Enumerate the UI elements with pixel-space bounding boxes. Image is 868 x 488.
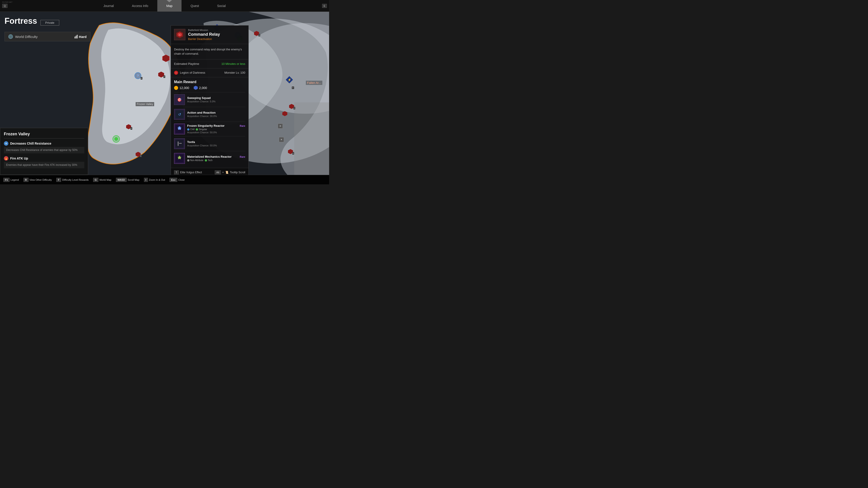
faction-icon: ⚔ xyxy=(174,71,178,75)
map-area[interactable]: Fortress Private World Difficulty Hard xyxy=(0,12,329,175)
right-red-3[interactable]: II xyxy=(288,149,293,154)
effect-1-name: Decreases Chill Resistance xyxy=(10,142,51,145)
mission-type: Barrier Deactivation xyxy=(188,37,245,41)
r-key[interactable]: R xyxy=(24,178,29,182)
svg-text:↺: ↺ xyxy=(178,112,181,116)
main-reward-header: Main Reward xyxy=(171,77,248,86)
region-effect-1: ❄ Decreases Chill Resistance Decreases C… xyxy=(4,141,84,153)
reward-item-info-2: Action and Reaction Acquisition Chance: … xyxy=(187,111,245,118)
reward-item-icon-4 xyxy=(174,138,185,149)
right-star[interactable] xyxy=(282,111,287,116)
reward-item-icon-5 xyxy=(174,153,185,164)
effect-1-header: ❄ Decreases Chill Resistance xyxy=(4,141,84,146)
reward-item-icon-3 xyxy=(174,124,185,134)
plus-sign: + xyxy=(222,171,224,174)
right-x-2[interactable]: ✕ xyxy=(279,137,284,142)
nav-shortcut-left[interactable]: Q xyxy=(2,4,7,8)
gold-currency: 12,000 xyxy=(174,86,189,90)
nav-items: Journal Access Info Map Quest Social xyxy=(94,0,235,11)
elite-key-badge[interactable]: T xyxy=(174,170,179,174)
nav-item-social[interactable]: Social xyxy=(208,0,235,11)
mission-header: II Battlefield Mission Command Relay Bar… xyxy=(171,26,248,44)
exp-icon xyxy=(194,86,198,90)
reward-item-name-2: Action and Reaction xyxy=(187,111,245,114)
nav-item-quest[interactable]: Quest xyxy=(182,0,208,11)
effect-2-desc: Enemies that appear have their Fire ATK … xyxy=(4,162,84,168)
tooltip-key-badge[interactable]: Alt xyxy=(215,170,221,174)
bottom-close: Esc Close xyxy=(169,178,185,182)
nav-item-access-info[interactable]: Access Info xyxy=(123,0,157,11)
reward-item-icon-2: ↺ xyxy=(174,109,185,120)
effect-2-header: 🔥 Fire ATK Up xyxy=(4,156,84,161)
footer-right: Alt + 📜 Tooltip Scroll xyxy=(215,170,245,174)
world-difficulty-label: World Difficulty xyxy=(15,35,37,39)
question-marker[interactable]: ? II xyxy=(134,72,141,79)
f-key[interactable]: F xyxy=(56,178,61,182)
mission-title: Command Relay xyxy=(188,32,245,37)
right-pause-1[interactable]: II xyxy=(292,85,294,89)
reward-item-chance-1: Acquisition Chance: 5.0% xyxy=(187,100,245,103)
mission-marker-top[interactable] xyxy=(162,55,169,62)
bottom-legend: F1 Legend xyxy=(3,178,19,182)
bars-icon xyxy=(74,35,78,38)
wasd-key[interactable]: WASD xyxy=(116,178,127,182)
gold-value: 12,000 xyxy=(180,86,189,90)
mission-desc: Destroy the command relay and disrupt th… xyxy=(171,44,248,59)
tag-tech: Tech xyxy=(205,159,213,162)
reward-item-chance-3: Acquisition Chance: 50.0% xyxy=(187,131,245,134)
effect-1-desc: Decreases Chill Resistance of enemies th… xyxy=(4,147,84,153)
reward-item-info-1: Sweeping Squad Acquisition Chance: 5.0% xyxy=(187,96,245,103)
difficulty-value: Hard xyxy=(79,35,87,39)
reward-item-name-1: Sweeping Squad xyxy=(187,96,245,100)
reward-item-icon-1: 🎯 xyxy=(174,94,185,105)
faction-left: ⚔ Legion of Darkness xyxy=(174,71,205,75)
diff-rewards-label: Difficulty Level Rewards xyxy=(62,178,89,181)
world-diff-left: World Difficulty xyxy=(8,34,37,39)
nav-item-journal[interactable]: Journal xyxy=(94,0,123,11)
right-red-2[interactable]: II xyxy=(289,104,294,109)
effect-2-name: Fire ATK Up xyxy=(10,157,28,160)
reward-item-3: Frozen Singularity Reactor Rare Chill Si… xyxy=(174,122,245,136)
top-nav: RUTAR.NET Q Journal Access Info Map Ques… xyxy=(0,0,329,12)
frozen-valley-label: Frozen Valley xyxy=(135,102,154,106)
other-diff-label: View Other Difficulty xyxy=(30,178,52,181)
f1-key[interactable]: F1 xyxy=(3,178,9,182)
exp-value: 2,000 xyxy=(199,86,207,90)
zoom-label: Zoom In & Out xyxy=(149,178,165,181)
bottom-zoom: I Zoom In & Out xyxy=(144,178,165,182)
red-marker-1[interactable]: II xyxy=(126,124,131,129)
nav-item-map[interactable]: Map xyxy=(157,0,182,11)
red-marker-2[interactable]: II xyxy=(135,152,141,157)
tag-icon-gray xyxy=(187,159,189,162)
reward-item-tags-5: Non-Attribute Tech xyxy=(187,159,245,162)
world-map-label: World Map xyxy=(99,178,112,181)
private-badge: Private xyxy=(40,20,59,26)
reward-item-chance-4: Acquisition Chance: 50.0% xyxy=(187,144,245,147)
reward-item-5: Materialized Mechanics Reactor Rare Non-… xyxy=(174,151,245,166)
rare-badge-5: Rare xyxy=(240,155,245,158)
svg-rect-18 xyxy=(178,141,179,146)
right-blue-lightning[interactable]: ⚡ xyxy=(286,76,293,84)
playtime-label: Estimated Playtime xyxy=(174,62,199,66)
right-red-marker[interactable]: II xyxy=(254,31,259,36)
svg-text:II: II xyxy=(179,34,180,36)
g-key[interactable]: G xyxy=(93,178,98,182)
mission-popup: II Battlefield Mission Command Relay Bar… xyxy=(170,25,249,177)
nav-shortcut-right[interactable]: E xyxy=(322,4,327,8)
green-marker[interactable] xyxy=(113,135,120,142)
reward-items: 🎯 Sweeping Squad Acquisition Chance: 5.0… xyxy=(171,92,248,168)
fortress-title: Fortress xyxy=(4,16,37,26)
reward-item-tags-3: Chill Singular xyxy=(187,128,245,131)
mission-marker-2[interactable]: II xyxy=(158,72,164,77)
world-diff-right: Hard xyxy=(74,35,87,39)
tag-icon-green xyxy=(196,128,198,131)
bottom-scroll-map: WASD Scroll Map xyxy=(116,178,140,182)
mission-icon: II xyxy=(174,29,185,40)
effect-1-icon: ❄ xyxy=(4,141,8,146)
world-difficulty-box: World Difficulty Hard xyxy=(4,32,90,41)
scroll-icon: 📜 xyxy=(225,171,228,174)
right-x-1[interactable]: ✕ xyxy=(278,124,283,129)
reward-item-name-5: Materialized Mechanics Reactor xyxy=(187,155,232,158)
i-key[interactable]: I xyxy=(144,178,148,182)
esc-key[interactable]: Esc xyxy=(169,178,177,182)
